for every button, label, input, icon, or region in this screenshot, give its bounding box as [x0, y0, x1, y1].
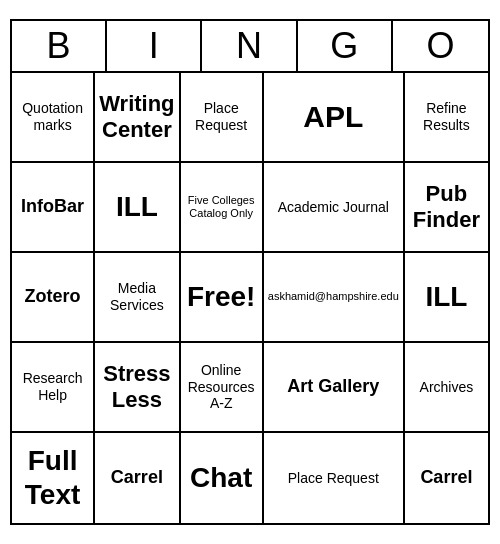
bingo-cell: ILL — [95, 163, 180, 253]
bingo-cell: APL — [264, 73, 405, 163]
bingo-cell: Five Colleges Catalog Only — [181, 163, 264, 253]
bingo-cell: Refine Results — [405, 73, 488, 163]
bingo-cell: Carrel — [405, 433, 488, 523]
bingo-cell: Zotero — [12, 253, 95, 343]
bingo-cell: Quotation marks — [12, 73, 95, 163]
bingo-cell: Carrel — [95, 433, 180, 523]
header-letter: I — [107, 21, 202, 71]
bingo-cell: Media Services — [95, 253, 180, 343]
header-letter: B — [12, 21, 107, 71]
bingo-cell: Writing Center — [95, 73, 180, 163]
bingo-cell: Online Resources A-Z — [181, 343, 264, 433]
bingo-cell: Free! — [181, 253, 264, 343]
bingo-header: BINGO — [12, 21, 488, 73]
bingo-cell: Academic Journal — [264, 163, 405, 253]
bingo-cell: Chat — [181, 433, 264, 523]
bingo-cell: Full Text — [12, 433, 95, 523]
bingo-cell: Research Help — [12, 343, 95, 433]
bingo-card: BINGO Quotation marksWriting CenterPlace… — [10, 19, 490, 525]
header-letter: G — [298, 21, 393, 71]
header-letter: O — [393, 21, 488, 71]
bingo-cell: Archives — [405, 343, 488, 433]
bingo-cell: Stress Less — [95, 343, 180, 433]
bingo-cell: InfoBar — [12, 163, 95, 253]
bingo-cell: Place Request — [264, 433, 405, 523]
bingo-cell: Pub Finder — [405, 163, 488, 253]
bingo-cell: Place Request — [181, 73, 264, 163]
bingo-cell: Art Gallery — [264, 343, 405, 433]
bingo-cell: askhamid@hampshire.edu — [264, 253, 405, 343]
header-letter: N — [202, 21, 297, 71]
bingo-cell: ILL — [405, 253, 488, 343]
bingo-grid: Quotation marksWriting CenterPlace Reque… — [12, 73, 488, 523]
